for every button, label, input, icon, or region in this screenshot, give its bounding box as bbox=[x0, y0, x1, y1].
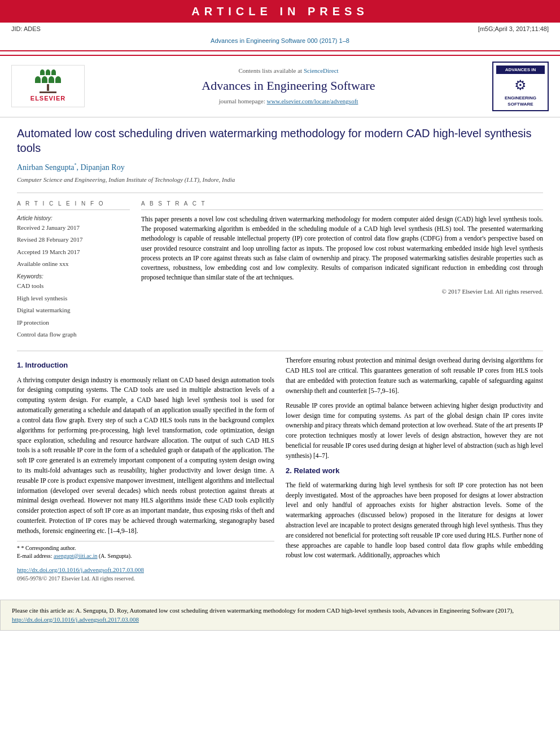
journal-logo-line3: SOFTWARE bbox=[496, 101, 545, 107]
abstract-heading: A B S T R A C T bbox=[141, 200, 543, 210]
body-two-col: 1. Introduction A thriving computer desi… bbox=[17, 356, 543, 591]
journal-link-bar: Advances in Engineering Software 000 (20… bbox=[0, 36, 560, 46]
accepted-date: Accepted 19 March 2017 bbox=[17, 248, 130, 256]
doi-link[interactable]: http://dx.doi.org/10.1016/j.advengsoft.2… bbox=[17, 566, 144, 573]
section1-right-para2: Reusable IP cores provide an optimal bal… bbox=[286, 401, 543, 461]
contents-line: Contents lists available at ScienceDirec… bbox=[96, 67, 481, 75]
elsevier-logo: ELSEVIER bbox=[11, 65, 85, 107]
article-info-heading: A R T I C L E I N F O bbox=[17, 200, 130, 210]
homepage-label: journal homepage: bbox=[219, 98, 265, 104]
article-title: Automated low cost scheduling driven wat… bbox=[17, 126, 543, 155]
journal-logo-line2: ENGINEERING bbox=[496, 95, 545, 101]
top-divider bbox=[0, 50, 560, 51]
section1-right-para1: Therefore ensuring robust protection and… bbox=[286, 356, 543, 396]
section1-para1: A thriving computer design industry is e… bbox=[17, 375, 274, 536]
citation-bar: Please cite this article as: A. Sengupta… bbox=[0, 600, 560, 631]
email-suffix: (A. Sengupta). bbox=[99, 553, 132, 559]
journal-homepage: journal homepage: www.elsevier.com/locat… bbox=[96, 97, 481, 106]
history-label: Article history: bbox=[17, 215, 130, 222]
journal-title-section: Contents lists available at ScienceDirec… bbox=[85, 67, 492, 106]
abstract-text: This paper presents a novel low cost sch… bbox=[141, 215, 543, 283]
page: ARTICLE IN PRESS JID: ADES [m5G;April 3,… bbox=[0, 0, 560, 747]
abstract-copyright: © 2017 Elsevier Ltd. All rights reserved… bbox=[141, 287, 543, 296]
footnote-email: E-mail address: asengupt@iiti.ac.in (A. … bbox=[17, 552, 274, 560]
footnote: * * Corresponding author. E-mail address… bbox=[17, 541, 274, 560]
section2-heading: 2. Related work bbox=[286, 466, 543, 476]
journal-header: ELSEVIER Contents lists available at Sci… bbox=[0, 55, 560, 117]
version-label: [m5G;April 3, 2017;11:48] bbox=[478, 25, 549, 33]
homepage-link[interactable]: www.elsevier.com/locate/advengsoft bbox=[267, 98, 358, 104]
email-link[interactable]: asengupt@iiti.ac.in bbox=[54, 553, 98, 559]
journal-logo-line1: ADVANCES IN bbox=[496, 65, 545, 74]
keyword-4: IP protection bbox=[17, 318, 130, 327]
author-link[interactable]: Anirban Sengupta*, Dipanjan Roy bbox=[17, 163, 125, 172]
article-info: A R T I C L E I N F O Article history: R… bbox=[17, 200, 130, 343]
article-authors: Anirban Sengupta*, Dipanjan Roy bbox=[17, 162, 543, 173]
abstract-section: A B S T R A C T This paper presents a no… bbox=[141, 200, 543, 343]
banner-text: ARTICLE IN PRESS bbox=[191, 5, 369, 18]
header-meta: JID: ADES [m5G;April 3, 2017;11:48] bbox=[0, 23, 560, 36]
keyword-1: CAD tools bbox=[17, 282, 130, 290]
section2-para1: The field of watermarking during high le… bbox=[286, 480, 543, 561]
citation-doi-link[interactable]: http://dx.doi.org/10.1016/j.advengsoft.2… bbox=[12, 616, 139, 623]
col-right: Therefore ensuring robust protection and… bbox=[286, 356, 543, 582]
corresponding-author-label: * Corresponding author. bbox=[21, 545, 76, 551]
issn-copyright: 0965-9978/© 2017 Elsevier Ltd. All right… bbox=[17, 575, 274, 583]
journal-title: Advances in Engineering Software bbox=[96, 77, 481, 95]
keyword-2: High level synthesis bbox=[17, 294, 130, 303]
available-date: Available online xxx bbox=[17, 260, 130, 268]
revised-date: Revised 28 February 2017 bbox=[17, 235, 130, 244]
jid-label: JID: ADES bbox=[11, 25, 41, 33]
info-abstract-section: A R T I C L E I N F O Article history: R… bbox=[17, 193, 543, 343]
journal-logo: ADVANCES IN ⚙ ENGINEERING SOFTWARE bbox=[492, 62, 549, 111]
keywords-label: Keywords: bbox=[17, 273, 130, 281]
body-divider bbox=[17, 351, 543, 351]
sciencedirect-link[interactable]: ScienceDirect bbox=[304, 67, 339, 74]
article-affiliation: Computer Science and Engineering, Indian… bbox=[17, 176, 543, 184]
article-in-press-banner: ARTICLE IN PRESS bbox=[0, 0, 560, 23]
footnote-star: * * Corresponding author. bbox=[17, 544, 274, 552]
elsevier-text: ELSEVIER bbox=[30, 94, 65, 103]
elsevier-tree-icon bbox=[35, 69, 61, 93]
journal-link-text: Advances in Engineering Software 000 (20… bbox=[211, 37, 349, 44]
col-left: 1. Introduction A thriving computer desi… bbox=[17, 356, 274, 582]
email-label: E-mail address: bbox=[17, 553, 52, 559]
article-content: Automated low cost scheduling driven wat… bbox=[0, 117, 560, 600]
doi-section: http://dx.doi.org/10.1016/j.advengsoft.2… bbox=[17, 565, 274, 575]
citation-prefix: Please cite this article as: A. Sengupta… bbox=[12, 607, 514, 614]
keyword-3: Digital watermarking bbox=[17, 306, 130, 314]
received-date: Received 2 January 2017 bbox=[17, 224, 130, 232]
journal-logo-icon: ⚙ bbox=[496, 76, 545, 95]
section1-heading: 1. Introduction bbox=[17, 360, 274, 370]
contents-prefix: Contents lists available at bbox=[238, 67, 302, 74]
keyword-5: Control data flow graph bbox=[17, 330, 130, 339]
